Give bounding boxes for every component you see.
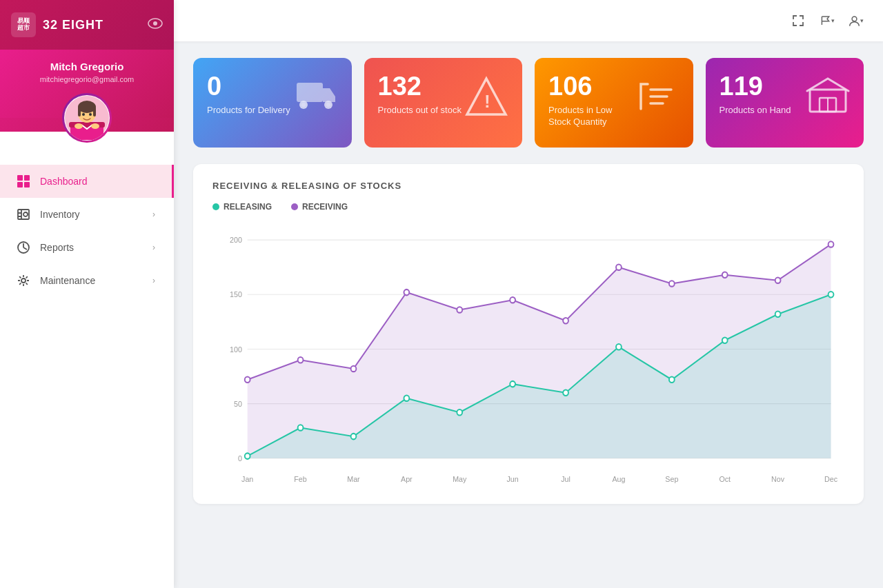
svg-text:Jun: Jun [507,474,519,483]
chart-title: RECEIVING & RELEASING OF STOCKS [212,181,844,191]
stat-label: Products for Delivery [207,105,290,116]
stat-card-on-hand: 119 Products on Hand [706,58,864,148]
sidebar-item-dashboard[interactable]: Dashboard [0,165,174,198]
brand-section: 易顺 超市 32 EIGHT [0,0,174,50]
svg-point-18 [23,212,28,216]
svg-text:150: 150 [230,290,242,298]
svg-point-71 [245,453,250,458]
stat-number: 132 [378,73,462,99]
stat-card-out-of-stock: 132 Products out of stock ! [364,58,523,148]
sidebar-item-maintenance[interactable]: Maintenance › [0,264,174,297]
topbar: ▾ ▾ [174,0,883,41]
warning-icon: ! [464,76,508,120]
sidebar-item-label: Inventory [40,209,80,220]
sidebar-header: 易顺 超市 32 EIGHT Mitch Gregorio mitchiegre… [0,0,174,132]
avatar [62,93,112,143]
svg-point-60 [298,357,304,363]
warehouse-icon [806,76,850,119]
svg-text:Dec: Dec [824,474,837,483]
fullscreen-icon[interactable] [791,13,806,28]
svg-point-74 [404,395,409,401]
stat-label: Products out of stock [378,105,462,116]
svg-point-65 [563,318,568,323]
svg-text:Jan: Jan [241,474,253,483]
svg-text:May: May [453,474,467,483]
user-name: Mitch Gregorio [50,61,124,72]
page-content: 0 Products for Delivery [174,41,883,588]
svg-point-61 [351,366,357,372]
user-section: Mitch Gregorio mitchiegregorio@gmail.com [0,50,174,118]
svg-point-20 [21,278,26,283]
sidebar-item-label: Dashboard [40,176,88,187]
svg-point-67 [669,281,675,286]
svg-point-26 [326,103,330,107]
svg-point-78 [616,344,622,349]
svg-point-69 [775,277,781,283]
stats-grid: 0 Products for Delivery [193,58,864,148]
reports-icon [17,241,30,254]
svg-point-72 [298,425,304,430]
chart-svg: 050100150200JanFebMarAprMayJunJulAugSepO… [212,225,844,487]
stat-info: 132 Products out of stock [378,73,462,116]
eye-icon[interactable] [148,18,163,32]
stat-card-delivery: 0 Products for Delivery [193,58,352,148]
stat-info: 106 Products in Low Stock Quantity [548,73,635,128]
svg-point-77 [563,390,568,396]
svg-point-68 [722,272,728,278]
svg-point-75 [457,409,462,415]
svg-point-73 [351,434,357,439]
sidebar-nav: Dashboard Inventory › Reports › Maintena… [0,132,174,588]
stat-card-low-stock: 106 Products in Low Stock Quantity [535,58,693,148]
sidebar-item-label: Reports [40,242,74,253]
legend-receiving-label: RECEIVING [302,202,348,212]
stat-info: 0 Products for Delivery [207,73,290,116]
svg-point-25 [301,103,306,107]
sidebar-item-inventory[interactable]: Inventory › [0,198,174,231]
svg-text:100: 100 [230,345,242,353]
svg-point-66 [616,264,622,270]
chart-section: RECEIVING & RELEASING OF STOCKS RELEASIN… [193,164,864,504]
svg-text:Sep: Sep [665,474,678,483]
svg-text:Oct: Oct [719,474,731,483]
svg-rect-16 [24,182,30,187]
stat-info: 119 Products on Hand [720,73,791,116]
user-account-icon[interactable]: ▾ [849,13,864,28]
stat-label: Products on Hand [720,105,791,116]
svg-point-76 [510,381,515,387]
inventory-icon [17,207,30,221]
chevron-right-icon: › [152,276,155,285]
svg-point-11 [75,123,83,129]
svg-rect-15 [17,182,23,187]
svg-point-70 [829,241,834,247]
svg-text:Feb: Feb [294,474,306,483]
svg-rect-7 [78,107,81,116]
dashboard-icon [17,174,30,188]
svg-point-82 [829,292,834,297]
chart-legend: RELEASING RECEIVING [212,202,844,212]
svg-point-64 [510,297,515,303]
stat-number: 119 [720,73,791,99]
maintenance-icon [17,274,30,287]
receiving-dot [291,203,298,210]
svg-text:Mar: Mar [347,474,360,483]
svg-point-10 [89,113,92,116]
svg-rect-13 [17,175,23,181]
svg-point-9 [82,113,85,116]
chevron-right-icon: › [152,210,155,219]
svg-point-59 [245,377,250,383]
sidebar-item-reports[interactable]: Reports › [0,231,174,264]
svg-point-1 [153,21,157,26]
chevron-right-icon: › [152,243,155,252]
releasing-dot [212,203,219,210]
svg-point-81 [775,312,781,317]
legend-releasing-label: RELEASING [224,202,272,212]
flag-icon[interactable]: ▾ [820,13,835,28]
svg-text:Apr: Apr [401,474,413,483]
svg-point-62 [404,290,409,295]
stat-number: 106 [548,73,635,99]
stat-label: Products in Low Stock Quantity [548,105,635,128]
svg-text:0: 0 [238,454,242,463]
user-email: mitchiegregorio@gmail.com [40,75,135,83]
legend-releasing: RELEASING [212,202,272,212]
svg-text:Jul: Jul [561,474,571,483]
